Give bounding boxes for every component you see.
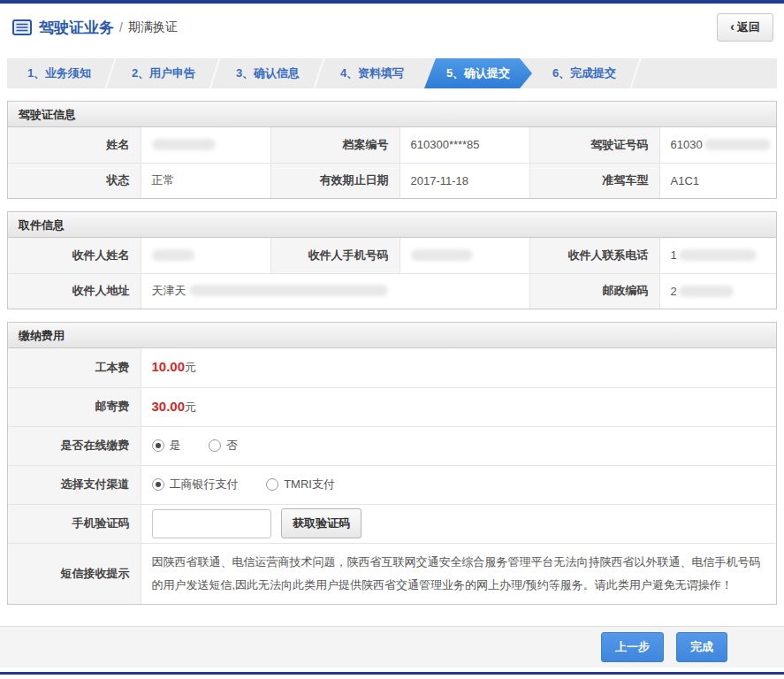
zip-code-value: 2	[659, 273, 776, 309]
section-pickup-title: 取件信息	[8, 212, 776, 238]
sms-code-input[interactable]	[152, 509, 271, 538]
redaction-blob	[704, 139, 771, 150]
redaction-blob	[189, 285, 388, 296]
redaction-blob	[679, 286, 734, 297]
card-fee-value: 10.00元	[141, 348, 776, 387]
recipient-name-value-redacted	[141, 238, 270, 273]
sms-code-label: 手机验证码	[8, 504, 141, 543]
step-6-complete-submit[interactable]: 6、完成提交	[532, 58, 636, 88]
table-row: 短信接收提示 因陕西省联通、电信运营商技术问题，陕西省互联网交通安全综合服务管理…	[8, 543, 776, 604]
card-fee-label: 工本费	[8, 348, 141, 387]
name-value-redacted	[141, 127, 270, 163]
recipient-phone-label: 收件人联系电话	[529, 238, 659, 273]
previous-step-button[interactable]: 上一步	[601, 632, 664, 662]
sms-notice-label: 短信接收提示	[8, 543, 141, 604]
form-footer: 上一步 完成	[0, 626, 784, 668]
table-row: 姓名 档案编号 610300****85 驾驶证号码 61030	[8, 127, 776, 163]
file-number-label: 档案编号	[270, 127, 400, 163]
sms-code-field-row: 获取验证码	[141, 504, 776, 543]
page-title: 驾驶证业务	[39, 18, 114, 38]
radio-yes-selected[interactable]	[152, 439, 164, 452]
section-fees-title: 缴纳费用	[8, 323, 776, 348]
list-icon	[12, 19, 32, 35]
radio-tmri[interactable]	[266, 478, 278, 491]
recipient-address-label: 收件人地址	[8, 273, 141, 309]
redaction-blob	[152, 249, 194, 261]
table-row: 手机验证码 获取验证码	[8, 504, 776, 543]
mail-fee-label: 邮寄费	[8, 387, 141, 426]
radio-icbc-label[interactable]: 工商银行支付	[170, 477, 239, 491]
pay-online-options: 是 否	[141, 426, 776, 465]
radio-yes-label[interactable]: 是	[170, 439, 181, 452]
step-3-confirm-info[interactable]: 3、确认信息	[216, 58, 320, 88]
recipient-mobile-value-redacted	[400, 238, 529, 273]
zip-code-label: 邮政编码	[529, 273, 659, 309]
table-row: 是否在线缴费 是 否	[8, 426, 776, 465]
redaction-blob	[411, 249, 473, 261]
finish-button[interactable]: 完成	[676, 632, 727, 662]
radio-no[interactable]	[209, 439, 221, 452]
radio-no-label[interactable]: 否	[226, 439, 238, 452]
recipient-phone-value: 1	[659, 238, 776, 273]
pay-channel-options: 工商银行支付 TMRI支付	[141, 465, 776, 504]
mail-fee-value: 30.00元	[141, 387, 776, 426]
pay-online-label: 是否在线缴费	[8, 426, 141, 465]
vehicle-type-value: A1C1	[659, 163, 776, 198]
file-number-value: 610300****85	[400, 127, 529, 163]
section-license-info: 驾驶证信息 姓名 档案编号 610300****85 驾驶证号码 61030 状…	[7, 101, 777, 199]
vehicle-type-label: 准驾车型	[529, 163, 659, 198]
get-sms-code-button[interactable]: 获取验证码	[281, 508, 362, 538]
status-value: 正常	[141, 163, 270, 198]
step-4-fill-data[interactable]: 4、资料填写	[320, 58, 424, 88]
step-nav-filler	[636, 58, 777, 88]
redaction-blob	[152, 139, 216, 150]
section-license-title: 驾驶证信息	[8, 102, 776, 127]
license-table: 姓名 档案编号 610300****85 驾驶证号码 61030 状态 正常 有…	[8, 127, 776, 198]
table-row: 状态 正常 有效期止日期 2017-11-18 准驾车型 A1C1	[8, 163, 776, 198]
sms-notice-text: 因陕西省联通、电信运营商技术问题，陕西省互联网交通安全综合服务管理平台无法向持陕…	[141, 543, 776, 604]
pay-channel-label: 选择支付渠道	[8, 465, 141, 504]
fees-table: 工本费 10.00元 邮寄费 30.00元 是否在线缴费 是 否 选择支付渠道 …	[8, 348, 776, 604]
breadcrumb-current: 期满换证	[128, 19, 178, 35]
step-1-business-notice[interactable]: 1、业务须知	[7, 58, 111, 88]
radio-tmri-label[interactable]: TMRI支付	[284, 477, 335, 491]
page-header: 驾驶证业务 / 期满换证 ‹返回	[0, 4, 784, 51]
expiry-value: 2017-11-18	[400, 163, 529, 198]
back-button-label: 返回	[737, 20, 760, 34]
status-label: 状态	[8, 163, 141, 198]
table-row: 选择支付渠道 工商银行支付 TMRI支付	[8, 465, 776, 504]
bottom-brand-bar	[0, 672, 784, 675]
table-row: 收件人地址 天津天 邮政编码 2	[8, 273, 776, 309]
recipient-address-value: 天津天	[141, 273, 529, 309]
step-5-confirm-submit-active[interactable]: 5、确认提交	[424, 58, 532, 88]
pickup-table: 收件人姓名 收件人手机号码 收件人联系电话 1 收件人地址 天津天 邮政编码 2	[8, 238, 776, 309]
name-label: 姓名	[8, 127, 141, 163]
radio-icbc-selected[interactable]	[152, 478, 164, 491]
recipient-name-label: 收件人姓名	[8, 238, 141, 273]
license-number-value: 61030	[659, 127, 776, 163]
section-pickup-info: 取件信息 收件人姓名 收件人手机号码 收件人联系电话 1 收件人地址 天津天 邮…	[7, 211, 777, 309]
license-number-label: 驾驶证号码	[529, 127, 659, 163]
step-nav: 1、业务须知 2、用户申告 3、确认信息 4、资料填写 5、确认提交 6、完成提…	[7, 58, 777, 88]
step-2-user-declaration[interactable]: 2、用户申告	[111, 58, 216, 88]
redaction-blob	[679, 249, 757, 261]
table-row: 收件人姓名 收件人手机号码 收件人联系电话 1	[8, 238, 776, 273]
breadcrumb-separator: /	[119, 20, 123, 34]
section-fees: 缴纳费用 工本费 10.00元 邮寄费 30.00元 是否在线缴费 是 否 选择…	[7, 322, 777, 605]
back-button[interactable]: ‹返回	[717, 13, 773, 42]
chevron-left-icon: ‹	[730, 19, 735, 34]
table-row: 工本费 10.00元	[8, 348, 776, 387]
expiry-label: 有效期止日期	[270, 163, 400, 198]
recipient-mobile-label: 收件人手机号码	[270, 238, 400, 273]
table-row: 邮寄费 30.00元	[8, 387, 776, 426]
